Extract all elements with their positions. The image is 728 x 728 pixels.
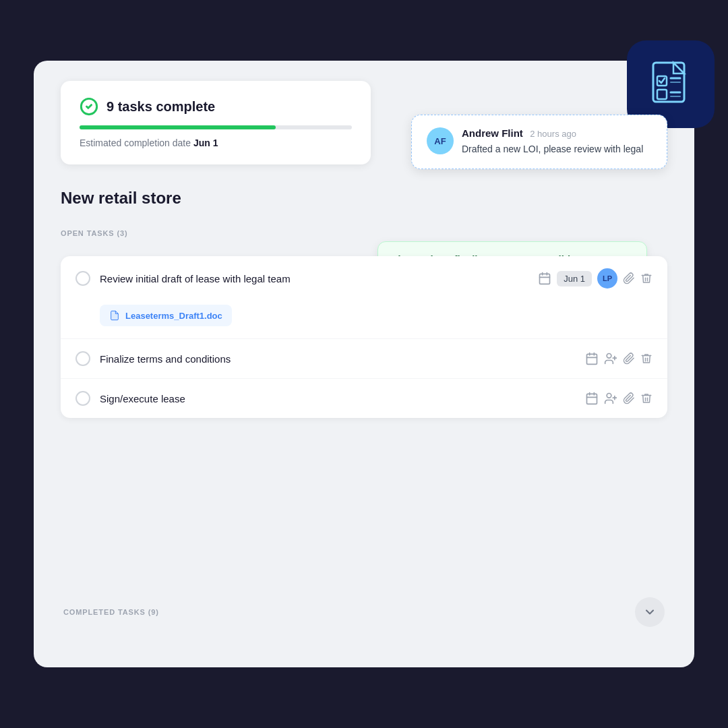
calendar-icon-3[interactable] [585, 392, 599, 405]
main-card: 9 tasks complete Estimated completion da… [34, 61, 694, 667]
add-person-icon-3[interactable] [604, 392, 617, 405]
stats-card: 9 tasks complete Estimated completion da… [61, 81, 371, 164]
expand-completed-button[interactable] [635, 597, 665, 627]
activity-bubble: AF Andrew Flint 2 hours ago Drafted a ne… [411, 115, 667, 169]
paperclip-icon-3[interactable] [623, 392, 635, 404]
paperclip-icon-2[interactable] [623, 353, 635, 365]
check-circle-icon [80, 97, 98, 116]
task-label-3: Sign/execute lease [100, 393, 576, 404]
progress-bar-fill [80, 125, 276, 129]
tasks-complete-text: 9 tasks complete [107, 99, 215, 115]
task-actions-1: Jun 1 LP [538, 268, 653, 289]
doc-name: Leaseterms_Draft1.doc [125, 311, 222, 321]
task-label-1: Review initial draft of lease with legal… [100, 273, 528, 284]
task-date-badge-1: Jun 1 [557, 271, 592, 286]
trash-icon-1[interactable] [640, 272, 653, 284]
task-checkbox-2[interactable] [75, 351, 90, 366]
task-label-2: Finalize terms and conditions [100, 353, 576, 365]
activity-time: 2 hours ago [530, 129, 576, 139]
svg-point-16 [607, 354, 611, 359]
task-actions-2 [585, 352, 653, 365]
avatar-lp: LP [597, 268, 617, 289]
paperclip-icon-1[interactable] [623, 272, 635, 284]
completed-tasks-label: COMPLETED TASKS (9) [63, 608, 159, 616]
task-checkbox-1[interactable] [75, 271, 90, 286]
doc-attachment[interactable]: Leaseterms_Draft1.doc [100, 305, 232, 326]
screen-background: 9 tasks complete Estimated completion da… [0, 0, 728, 728]
tasks-container: Review initial draft of lease with legal… [61, 256, 667, 418]
activity-author: Andrew Flint [462, 127, 523, 139]
trash-icon-3[interactable] [640, 392, 653, 404]
task-checkbox-3[interactable] [75, 391, 90, 406]
activity-text: Drafted a new LOI, please review with le… [462, 142, 643, 156]
svg-rect-8 [540, 274, 550, 284]
svg-rect-4 [657, 90, 667, 99]
svg-point-23 [607, 394, 611, 398]
activity-content: Andrew Flint 2 hours ago Drafted a new L… [462, 127, 643, 156]
avatar-af: AF [427, 127, 454, 154]
completed-section: COMPLETED TASKS (9) [61, 597, 667, 627]
calendar-icon-1[interactable] [538, 272, 551, 285]
table-row: Sign/execute lease [61, 379, 667, 418]
calendar-icon-2[interactable] [585, 352, 599, 365]
svg-rect-19 [587, 394, 597, 404]
table-row: Finalize terms and conditions [61, 339, 667, 379]
open-tasks-label: OPEN TASKS (3) [61, 229, 128, 237]
doc-icon [109, 310, 120, 321]
add-person-icon-2[interactable] [604, 352, 617, 365]
section-title: New retail store [61, 189, 181, 208]
completion-date: Estimated completion date Jun 1 [80, 138, 352, 148]
task-actions-3 [585, 392, 653, 405]
progress-bar-container [80, 125, 352, 129]
chevron-down-icon [643, 605, 657, 619]
trash-icon-2[interactable] [640, 353, 653, 365]
svg-rect-12 [587, 354, 597, 364]
table-row: Review initial draft of lease with legal… [61, 256, 667, 339]
